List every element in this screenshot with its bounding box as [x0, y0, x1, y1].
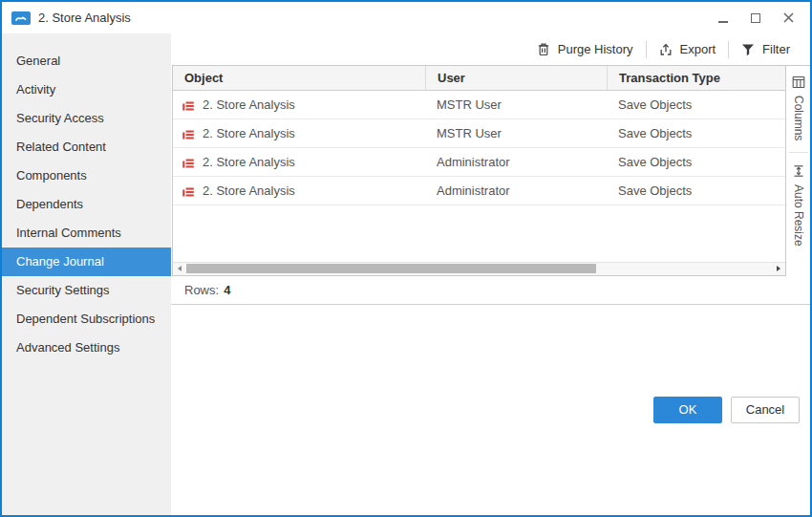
sidebar-item-internal-comments[interactable]: Internal Comments	[2, 219, 171, 248]
table-empty-area	[173, 205, 785, 262]
columns-tab-label: Columns	[792, 96, 805, 140]
main-content: Purge History Export	[171, 33, 810, 515]
table-row[interactable]: 2. Store Analysis Administrator Save Obj…	[173, 177, 785, 205]
object-name: 2. Store Analysis	[203, 183, 295, 198]
object-cell: 2. Store Analysis	[173, 148, 425, 176]
auto-resize-tab[interactable]: Auto Resize	[792, 164, 805, 247]
minimize-icon[interactable]	[716, 11, 730, 25]
table-header-row: Object User Transaction Type	[173, 66, 785, 91]
user-cell: Administrator	[425, 177, 607, 205]
sidebar: General Activity Security Access Related…	[2, 33, 171, 515]
user-cell: MSTR User	[425, 91, 607, 118]
user-cell: MSTR User	[425, 119, 607, 147]
filter-button[interactable]: Filter	[729, 38, 802, 61]
columns-icon	[792, 75, 805, 89]
change-journal-table: Object User Transaction Type	[172, 65, 785, 276]
sidebar-item-security-access[interactable]: Security Access	[2, 104, 171, 133]
object-properties-dialog: 2. Store Analysis General Activity Secur…	[0, 0, 812, 517]
sidebar-item-security-settings[interactable]: Security Settings	[2, 276, 171, 305]
toolbar: Purge History Export	[171, 33, 810, 65]
rows-label: Rows:	[184, 283, 219, 297]
horizontal-scrollbar[interactable]	[173, 262, 785, 275]
maximize-icon[interactable]	[749, 11, 762, 25]
ok-button[interactable]: OK	[653, 397, 722, 423]
grid-region: Object User Transaction Type	[171, 65, 810, 276]
close-icon[interactable]	[781, 11, 795, 25]
object-cell: 2. Store Analysis	[173, 91, 425, 118]
sidebar-item-change-journal[interactable]: Change Journal	[2, 248, 171, 276]
window-title: 2. Store Analysis	[38, 11, 131, 25]
export-label: Export	[680, 42, 716, 56]
grid-tools-panel: Columns Auto R	[785, 65, 810, 276]
object-cell: 2. Store Analysis	[173, 119, 425, 147]
panel-divider	[789, 152, 808, 153]
filter-label: Filter	[762, 42, 790, 56]
auto-resize-tab-label: Auto Resize	[792, 184, 805, 247]
report-icon	[182, 156, 195, 169]
status-bar: Rows: 4	[171, 276, 810, 305]
transaction-type-cell: Save Objects	[607, 91, 785, 118]
report-icon	[182, 127, 195, 140]
title-bar: 2. Store Analysis	[2, 2, 810, 33]
sidebar-item-general[interactable]: General	[2, 47, 171, 75]
filter-icon	[741, 43, 755, 56]
object-name: 2. Store Analysis	[203, 126, 295, 140]
object-name: 2. Store Analysis	[203, 97, 295, 112]
column-header-object: Object	[173, 66, 425, 90]
scroll-left-icon[interactable]	[173, 262, 186, 275]
purge-history-label: Purge History	[558, 42, 633, 56]
trash-icon	[537, 42, 550, 56]
sidebar-item-activity[interactable]: Activity	[2, 75, 171, 104]
sidebar-item-related-content[interactable]: Related Content	[2, 133, 171, 162]
dialog-footer: OK Cancel	[171, 305, 810, 516]
column-header-user: User	[425, 66, 607, 90]
object-name: 2. Store Analysis	[203, 155, 295, 169]
scroll-right-icon[interactable]	[772, 262, 785, 275]
rows-count: 4	[224, 283, 230, 297]
transaction-type-cell: Save Objects	[607, 148, 785, 176]
column-header-transaction-type: Transaction Type	[607, 66, 785, 90]
scrollbar-thumb[interactable]	[186, 264, 596, 273]
export-button[interactable]: Export	[647, 38, 729, 61]
window-controls	[716, 11, 801, 25]
sidebar-item-dependents[interactable]: Dependents	[2, 190, 171, 219]
object-cell: 2. Store Analysis	[173, 177, 425, 205]
sidebar-item-advanced-settings[interactable]: Advanced Settings	[2, 334, 171, 362]
cancel-button[interactable]: Cancel	[731, 397, 800, 423]
table-row[interactable]: 2. Store Analysis Administrator Save Obj…	[173, 148, 785, 177]
auto-resize-icon	[792, 164, 805, 178]
report-icon	[182, 98, 195, 112]
user-cell: Administrator	[425, 148, 607, 176]
report-icon	[182, 184, 195, 198]
table-row[interactable]: 2. Store Analysis MSTR User Save Objects	[173, 119, 785, 148]
purge-history-button[interactable]: Purge History	[524, 38, 646, 61]
export-icon	[659, 43, 673, 56]
app-icon	[11, 11, 31, 25]
sidebar-item-dependent-subscriptions[interactable]: Dependent Subscriptions	[2, 305, 171, 334]
table-row[interactable]: 2. Store Analysis MSTR User Save Objects	[173, 91, 785, 119]
sidebar-item-components[interactable]: Components	[2, 162, 171, 190]
transaction-type-cell: Save Objects	[607, 119, 785, 147]
transaction-type-cell: Save Objects	[607, 177, 785, 205]
dialog-body: General Activity Security Access Related…	[2, 33, 810, 515]
columns-tab[interactable]: Columns	[792, 75, 805, 140]
